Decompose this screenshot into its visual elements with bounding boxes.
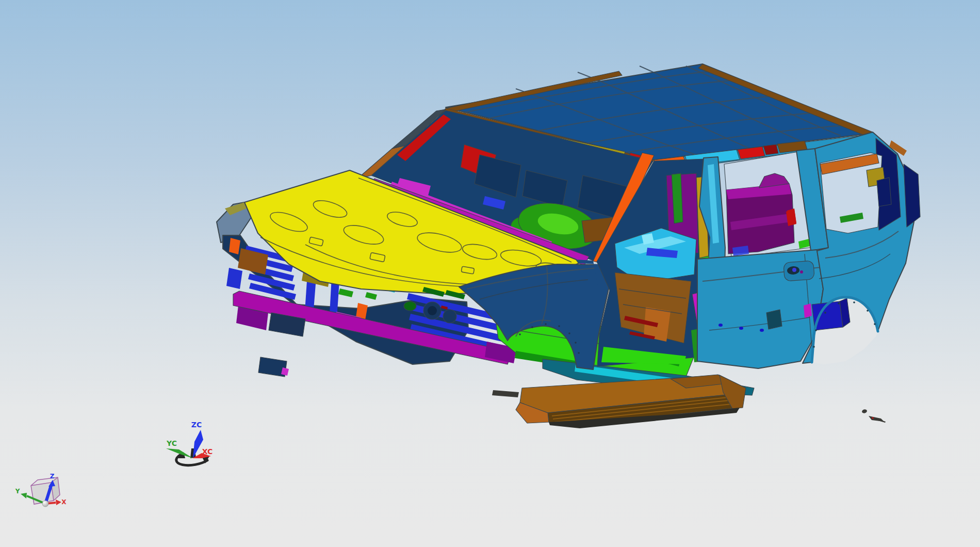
wcs-x-label: XC <box>202 447 213 456</box>
handle-blue-glint <box>792 268 796 272</box>
door-corner-pocket[interactable] <box>766 310 782 329</box>
lamp-opening-inner <box>428 306 437 315</box>
door-handle-recess[interactable] <box>783 261 814 281</box>
rivet-dot <box>760 329 764 332</box>
cad-viewport: ZC YC XC Z Y X <box>0 0 980 547</box>
rail-segment-dark-red[interactable] <box>763 144 778 155</box>
handle-purple-dot <box>800 270 803 274</box>
fragment-red-dot <box>872 417 874 419</box>
view-x-label: X <box>61 498 67 506</box>
green-grommet[interactable] <box>404 301 416 311</box>
rivet-dot <box>718 324 723 327</box>
wcs-y-label: YC <box>166 439 177 447</box>
origin-sphere[interactable] <box>42 501 48 507</box>
quarter-window-navy-piece <box>877 178 891 206</box>
dash-glint <box>642 233 654 245</box>
lamp-opening[interactable] <box>443 310 456 323</box>
quarter-magenta-sliver <box>804 303 812 318</box>
frame-blue-bit[interactable] <box>226 268 242 289</box>
view-z-label: Z <box>50 473 55 480</box>
rivet-dot <box>739 327 743 330</box>
orange-bit[interactable] <box>229 238 240 254</box>
view-y-label: Y <box>15 488 20 495</box>
wcs-z-label: ZC <box>191 421 202 429</box>
